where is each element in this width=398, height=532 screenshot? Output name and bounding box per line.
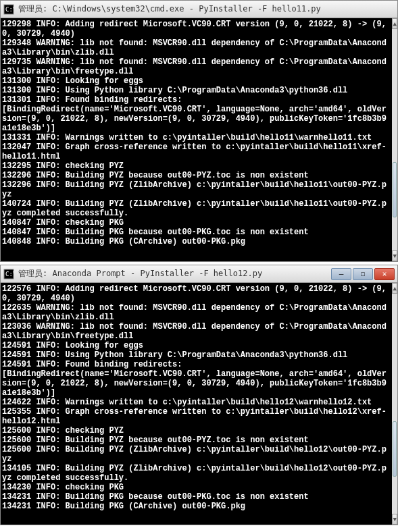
window-title: 管理员: C:\Windows\system32\cmd.exe - PyIns…	[18, 3, 395, 15]
terminal-line: 131300 INFO: Using Python library C:\Pro…	[2, 86, 391, 95]
terminal-line: 123036 WARNING: lib not found: MSVCR90.d…	[2, 322, 391, 341]
cmd-icon: C:\	[3, 4, 14, 15]
scroll-track[interactable]	[392, 29, 397, 250]
terminal-line: 134230 INFO: checking PKG	[2, 483, 391, 492]
scroll-thumb[interactable]	[393, 421, 397, 477]
terminal-line: 125600 INFO: Building PYZ (ZlibArchive) …	[2, 445, 391, 464]
terminal-line: 134231 INFO: Building PKG because out00-…	[2, 492, 391, 502]
cmd-window-2: C:\ 管理员: Anaconda Prompt - PyInstaller -…	[0, 265, 398, 525]
maximize-button[interactable]: ☐	[353, 268, 373, 280]
cmd-window-1: C:\ 管理员: C:\Windows\system32\cmd.exe - P…	[0, 0, 398, 262]
terminal-line: 125600 INFO: Building PYZ because out00-…	[2, 435, 391, 445]
titlebar[interactable]: C:\ 管理员: C:\Windows\system32\cmd.exe - P…	[1, 1, 397, 18]
scroll-thumb[interactable]	[393, 162, 397, 217]
close-button[interactable]: ✕	[374, 268, 395, 280]
terminal-line: 131301 INFO: Found binding redirects:	[2, 95, 391, 105]
svg-text:C:\: C:\	[5, 271, 14, 277]
terminal-line: 134231 INFO: Building PKG (CArchive) out…	[2, 502, 391, 511]
terminal-line: [BindingRedirect(name='Microsoft.VC90.CR…	[2, 369, 391, 398]
terminal-line: 125355 INFO: Graph cross-reference writt…	[2, 407, 391, 426]
scroll-track[interactable]	[392, 294, 397, 514]
terminal-line: 124591 INFO: Found binding redirects:	[2, 360, 391, 369]
terminal-line: 129348 WARNING: lib not found: MSVCR90.d…	[2, 38, 391, 57]
terminal-line: 122635 WARNING: lib not found: MSVCR90.d…	[2, 303, 391, 322]
scrollbar[interactable]: ▲ ▼	[392, 18, 397, 261]
titlebar[interactable]: C:\ 管理员: Anaconda Prompt - PyInstaller -…	[1, 265, 397, 283]
cmd-icon: C:\	[3, 269, 14, 280]
terminal-line: 140724 INFO: Building PYZ (ZlibArchive) …	[2, 199, 391, 218]
terminal-line: 131331 INFO: Warnings written to c:\pyin…	[2, 133, 391, 142]
terminal-line: 124622 INFO: Warnings written to c:\pyin…	[2, 398, 391, 407]
terminal-output[interactable]: 122576 INFO: Adding redirect Microsoft.V…	[1, 283, 392, 525]
window-controls: — ☐ ✕	[331, 268, 395, 280]
terminal-line: 129735 WARNING: lib not found: MSVCR90.d…	[2, 57, 391, 76]
terminal-line: 124591 INFO: Using Python library C:\Pro…	[2, 350, 391, 360]
terminal-line: 132296 INFO: Building PYZ because out00-…	[2, 171, 391, 180]
scroll-up-button[interactable]: ▲	[392, 18, 397, 29]
terminal-line: 131300 INFO: Looking for eggs	[2, 76, 391, 86]
minimize-button[interactable]: —	[331, 268, 351, 280]
window-body: 122576 INFO: Adding redirect Microsoft.V…	[1, 283, 397, 525]
terminal-line: [BindingRedirect(name='Microsoft.VC90.CR…	[2, 105, 391, 133]
terminal-line: 132047 INFO: Graph cross-reference writt…	[2, 142, 391, 161]
terminal-line: 122576 INFO: Adding redirect Microsoft.V…	[2, 284, 391, 303]
terminal-line: 140847 INFO: checking PKG	[2, 218, 391, 228]
terminal-line: 134105 INFO: Building PYZ (ZlibArchive) …	[2, 464, 391, 483]
terminal-line: 125600 INFO: checking PYZ	[2, 426, 391, 435]
scrollbar[interactable]: ▲ ▼	[392, 283, 397, 525]
terminal-line: 124591 INFO: Looking for eggs	[2, 341, 391, 350]
terminal-line: 132295 INFO: checking PYZ	[2, 161, 391, 171]
svg-text:C:\: C:\	[5, 6, 14, 13]
window-title: 管理员: Anaconda Prompt - PyInstaller -F he…	[18, 268, 331, 280]
scroll-down-button[interactable]: ▼	[392, 514, 397, 525]
terminal-line: 132296 INFO: Building PYZ (ZlibArchive) …	[2, 180, 391, 199]
scroll-down-button[interactable]: ▼	[392, 250, 397, 261]
terminal-line: 140847 INFO: Building PKG because out00-…	[2, 228, 391, 237]
scroll-up-button[interactable]: ▲	[392, 283, 397, 294]
terminal-output[interactable]: 129298 INFO: Adding redirect Microsoft.V…	[1, 18, 392, 261]
terminal-line: 140848 INFO: Building PKG (CArchive) out…	[2, 237, 391, 246]
terminal-line: 129298 INFO: Adding redirect Microsoft.V…	[2, 20, 391, 38]
window-body: 129298 INFO: Adding redirect Microsoft.V…	[1, 18, 397, 261]
